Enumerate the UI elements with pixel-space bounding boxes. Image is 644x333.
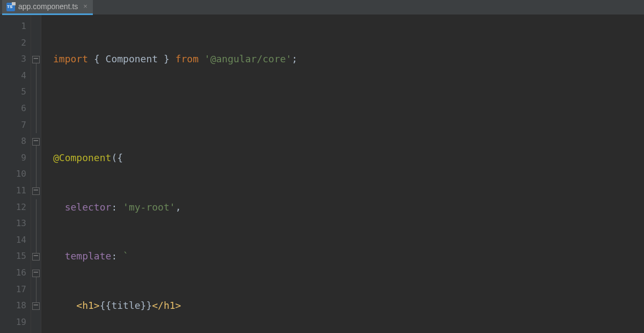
fold-gutter: − − − − − − <box>31 15 41 333</box>
tab-bar: TS app.component.ts × <box>0 0 644 15</box>
line-number: 8 <box>0 133 26 150</box>
fold-toggle-icon[interactable]: − <box>31 298 41 314</box>
fold-toggle-icon[interactable]: − <box>31 51 41 68</box>
line-number: 14 <box>0 232 26 249</box>
fold-toggle-icon[interactable]: − <box>31 265 41 281</box>
close-icon[interactable]: × <box>83 1 87 12</box>
line-number: 3 <box>0 51 26 68</box>
code-line[interactable]: <h1>{{title}}</h1> <box>53 298 644 314</box>
line-number: 17 <box>0 281 26 298</box>
line-number: 7 <box>0 117 26 134</box>
line-number: 11 <box>0 183 26 199</box>
line-number: 9 <box>0 150 26 166</box>
line-number: 19 <box>0 314 26 331</box>
fold-toggle-icon[interactable]: − <box>31 248 41 265</box>
fold-toggle-icon[interactable]: − <box>31 133 41 150</box>
code-line[interactable]: import { Component } from '@angular/core… <box>53 51 644 68</box>
code-line[interactable]: selector: 'my-root', <box>53 199 644 216</box>
line-number: 13 <box>0 215 26 232</box>
line-number: 1 <box>0 18 26 35</box>
code-line[interactable]: @Component({ <box>53 150 644 166</box>
fold-toggle-icon[interactable]: − <box>31 183 41 199</box>
code-line[interactable] <box>53 100 644 117</box>
line-number: 10 <box>0 166 26 183</box>
line-number: 16 <box>0 265 26 281</box>
code-editor[interactable]: 1 2 3 4 5 6 7 8 9 10 11 12 13 14 15 16 1… <box>0 15 644 333</box>
line-number: 2 <box>0 35 26 52</box>
line-number: 4 <box>0 68 26 84</box>
tab-filename: app.component.ts <box>18 1 78 13</box>
line-number-gutter: 1 2 3 4 5 6 7 8 9 10 11 12 13 14 15 16 1… <box>0 15 31 333</box>
line-number: 15 <box>0 248 26 265</box>
line-number: 18 <box>0 298 26 314</box>
line-number: 5 <box>0 84 26 100</box>
typescript-file-icon: TS <box>6 3 15 11</box>
line-number: 12 <box>0 199 26 216</box>
editor-tab-active[interactable]: TS app.component.ts × <box>2 0 93 15</box>
line-number: 6 <box>0 100 26 117</box>
code-area[interactable]: import { Component } from '@angular/core… <box>41 15 644 333</box>
code-line[interactable]: template: ` <box>53 248 644 265</box>
